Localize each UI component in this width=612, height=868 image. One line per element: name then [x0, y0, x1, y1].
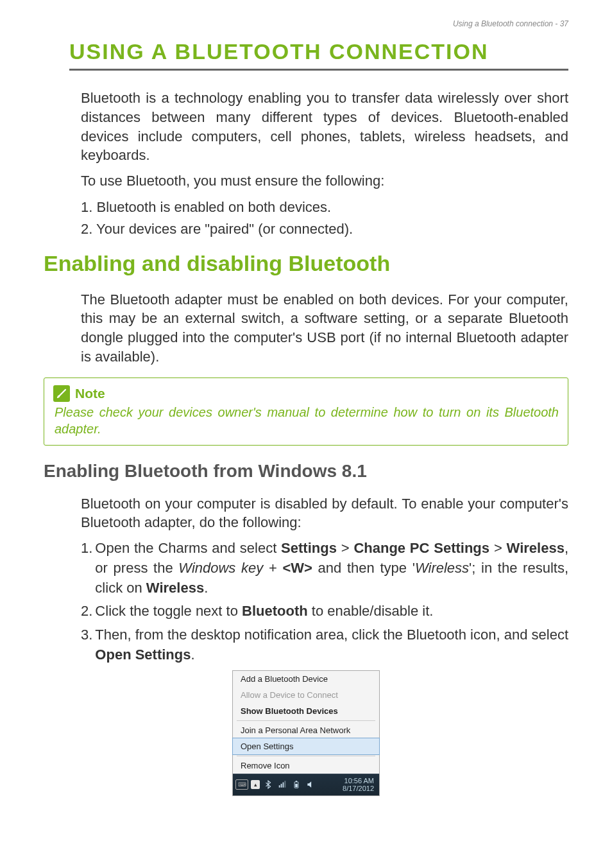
step-number: 2. — [81, 602, 92, 621]
section-heading-enable-disable: Enabling and disabling Bluetooth — [44, 251, 568, 276]
bluetooth-tray-icon[interactable] — [262, 779, 274, 790]
note-icon — [53, 385, 70, 402]
clock-time: 10:56 AM — [343, 777, 374, 785]
menu-item-add-device[interactable]: Add a Bluetooth Device — [233, 671, 379, 687]
svg-point-0 — [58, 395, 60, 397]
ui-label-open-settings: Open Settings — [95, 647, 191, 663]
clock-date: 8/17/2012 — [343, 785, 374, 792]
taskbar: ⌨ ▴ — [233, 774, 379, 795]
step-text: . — [204, 580, 208, 596]
requirements-list: 1. Bluetooth is enabled on both devices.… — [81, 197, 568, 239]
search-term-wireless: Wireless — [415, 560, 469, 576]
bluetooth-context-menu: Add a Bluetooth Device Allow a Device to… — [232, 670, 380, 796]
tray-screenshot: Add a Bluetooth Device Allow a Device to… — [232, 670, 380, 796]
ui-label-wireless: Wireless — [507, 540, 565, 556]
list-item: 2. Your devices are "paired" (or connect… — [81, 219, 568, 239]
step-text: + — [263, 560, 282, 576]
svg-rect-6 — [296, 781, 297, 782]
step-text: Open the Charms and select — [95, 540, 281, 556]
ui-label-change-pc-settings: Change PC Settings — [353, 540, 489, 556]
menu-item-join-pan[interactable]: Join a Personal Area Network — [233, 722, 379, 738]
svg-rect-3 — [283, 783, 284, 788]
battery-icon[interactable] — [291, 779, 302, 790]
section-heading-win81: Enabling Bluetooth from Windows 8.1 — [44, 461, 568, 482]
step-1: 1. Open the Charms and select Settings >… — [81, 539, 568, 598]
menu-item-show-devices[interactable]: Show Bluetooth Devices — [233, 703, 379, 719]
step-text: Click the toggle next to — [95, 603, 242, 619]
step-text: . — [191, 647, 194, 663]
menu-separator — [237, 756, 375, 756]
step-number: 3. — [81, 625, 92, 665]
key-windows: Windows key — [178, 560, 263, 576]
intro-lead: To use Bluetooth, you must ensure the fo… — [81, 171, 568, 191]
menu-item-open-settings[interactable]: Open Settings — [232, 738, 380, 755]
enable-paragraph: The Bluetooth adapter must be enabled on… — [81, 290, 568, 367]
win81-intro: Bluetooth on your computer is disabled b… — [81, 494, 568, 532]
show-hidden-icons[interactable]: ▴ — [251, 780, 260, 789]
result-wireless: Wireless — [146, 580, 204, 596]
svg-rect-2 — [281, 784, 282, 788]
step-3: 3. Then, from the desktop notification a… — [81, 625, 568, 665]
step-text: and then type ' — [312, 560, 415, 576]
page-title: USING A BLUETOOTH CONNECTION — [69, 40, 568, 71]
step-number: 1. — [81, 539, 92, 598]
steps-list: 1. Open the Charms and select Settings >… — [81, 539, 568, 665]
svg-rect-7 — [295, 784, 298, 787]
step-text: > — [489, 540, 507, 556]
menu-item-allow-connect: Allow a Device to Connect — [233, 687, 379, 703]
volume-icon[interactable] — [305, 779, 316, 790]
step-text: to enable/disable it. — [308, 603, 434, 619]
note-title: Note — [75, 385, 105, 402]
intro-paragraph: Bluetooth is a technology enabling you t… — [81, 89, 568, 165]
ui-label-settings: Settings — [281, 540, 337, 556]
svg-rect-1 — [279, 785, 280, 788]
network-icon[interactable] — [276, 779, 288, 790]
step-2: 2. Click the toggle next to Bluetooth to… — [81, 602, 568, 621]
list-item: 1. Bluetooth is enabled on both devices. — [81, 197, 568, 218]
page-header-info: Using a Bluetooth connection - 37 — [44, 19, 568, 28]
step-text: Then, from the desktop notification area… — [95, 627, 568, 643]
note-callout: Note Please check your devices owner's m… — [44, 378, 568, 445]
menu-item-remove-icon[interactable]: Remove Icon — [233, 758, 379, 774]
ui-label-bluetooth: Bluetooth — [242, 603, 308, 619]
svg-rect-4 — [285, 781, 286, 788]
taskbar-clock[interactable]: 10:56 AM 8/17/2012 — [343, 777, 377, 792]
key-w: <W> — [282, 560, 312, 576]
keyboard-icon[interactable]: ⌨ — [235, 779, 248, 790]
menu-separator — [237, 720, 375, 721]
note-body: Please check your devices owner's manual… — [55, 404, 559, 437]
step-text: > — [337, 540, 354, 556]
